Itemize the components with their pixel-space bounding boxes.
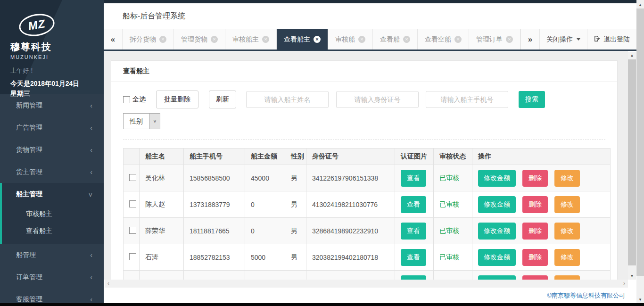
delete-button[interactable]: 删除: [522, 275, 548, 280]
tab-close-icon[interactable]: ×: [159, 36, 166, 43]
tabs: 拆分货物×管理货物×审核船主×查看船主×审核船×查看船×查看空船×管理订单×: [123, 29, 520, 50]
owner-name-cell: 吴化林: [140, 165, 184, 191]
column-header: 审核状态: [434, 149, 472, 165]
edit-button[interactable]: 修改: [554, 170, 580, 187]
tab-close-icon[interactable]: ×: [211, 36, 218, 43]
cert-image-cell: 查看: [395, 165, 434, 191]
owner-amount-cell: 5000: [245, 244, 285, 271]
tab-4[interactable]: 审核船×: [328, 29, 373, 50]
tab-label: 审核船主: [232, 35, 259, 44]
delete-button[interactable]: 删除: [522, 170, 548, 187]
brand-name-en: MUZUNKEJI: [10, 54, 93, 60]
view-button[interactable]: 查看: [401, 275, 426, 280]
chevron-left-icon: ‹: [90, 252, 92, 258]
tab-7[interactable]: 管理订单×: [469, 29, 520, 50]
table-row: 薛荣华181188176650男328684198902232910查看已审核修…: [124, 218, 611, 244]
owner-name-cell: 薛荣华: [140, 218, 184, 244]
sidebar-item-4[interactable]: 船主管理˅: [2, 183, 104, 205]
tabs-scroll-left-button[interactable]: «: [104, 29, 123, 50]
bottom-edge-bar: [0, 303, 644, 306]
browser-vertical-scrollbar[interactable]: ▲ ▼: [636, 0, 644, 306]
tab-close-icon[interactable]: ×: [358, 36, 365, 43]
edit-button[interactable]: 修改: [554, 223, 580, 240]
id-number-input[interactable]: [336, 91, 419, 108]
status-badge: 已审核: [439, 227, 459, 234]
view-button[interactable]: 查看: [401, 196, 426, 213]
delete-button[interactable]: 删除: [522, 223, 548, 240]
tab-5[interactable]: 查看船×: [373, 29, 418, 50]
scroll-down-icon[interactable]: ▼: [628, 273, 636, 280]
gender-select[interactable]: 性别 ˅: [123, 113, 160, 129]
chevron-left-icon: ‹: [90, 274, 92, 281]
logout-button[interactable]: 退出登陆: [587, 29, 636, 50]
edit-amount-button[interactable]: 修改金额: [478, 249, 516, 266]
tab-close-icon[interactable]: ×: [403, 36, 410, 43]
batch-delete-button[interactable]: 批量删除: [156, 91, 198, 108]
content-horizontal-scrollbar[interactable]: ‹ ›: [105, 280, 628, 288]
view-button[interactable]: 查看: [401, 223, 426, 240]
scroll-up-icon[interactable]: ▲: [636, 1, 644, 8]
content-vertical-scrollbar[interactable]: ▲ ▼: [628, 52, 636, 280]
edit-button[interactable]: 修改: [554, 249, 580, 266]
scroll-left-icon[interactable]: ‹: [105, 280, 112, 288]
edit-amount-button[interactable]: 修改金额: [478, 223, 516, 240]
toolbar-row-2: 性别 ˅: [123, 113, 605, 140]
id-number-cell: 328684198902232910: [306, 218, 395, 244]
edit-amount-button[interactable]: 修改金额: [478, 170, 516, 187]
row-checkbox[interactable]: [129, 253, 136, 260]
sidebar-item-3[interactable]: 货主管理‹: [0, 161, 104, 183]
row-checkbox-cell: [124, 165, 140, 191]
vertical-scroll-thumb[interactable]: [628, 59, 636, 265]
row-checkbox[interactable]: [129, 174, 136, 181]
scroll-up-icon[interactable]: ▲: [628, 52, 636, 59]
scroll-down-icon[interactable]: ▼: [636, 296, 644, 303]
sidebar-item-2[interactable]: 货物管理‹: [0, 139, 104, 161]
tab-bar: « 拆分货物×管理货物×审核船主×查看船主×审核船×查看船×查看空船×管理订单×…: [104, 29, 636, 50]
row-checkbox[interactable]: [129, 227, 136, 234]
tab-2[interactable]: 审核船主×: [225, 29, 277, 50]
sidebar-subitem-0[interactable]: 审核船主: [2, 205, 104, 222]
edit-button[interactable]: 修改: [554, 196, 580, 213]
brand-name-cn: 穆尊科技: [10, 41, 93, 53]
tab-close-icon[interactable]: ×: [454, 36, 462, 43]
tab-6[interactable]: 查看空船×: [418, 29, 469, 50]
delete-button[interactable]: 删除: [522, 249, 548, 266]
owner-name-input[interactable]: [246, 91, 329, 108]
search-button[interactable]: 搜索: [519, 91, 545, 108]
chevron-left-icon: ‹: [90, 102, 92, 109]
tab-close-icon[interactable]: ×: [506, 36, 513, 43]
owner-phone-input[interactable]: [426, 91, 508, 108]
id-number-cell: 320382199402180718: [306, 244, 395, 271]
edit-amount-button[interactable]: 修改金额: [478, 275, 516, 280]
tab-close-icon[interactable]: ×: [262, 36, 269, 43]
edit-button[interactable]: 修改: [554, 275, 580, 280]
delete-button[interactable]: 删除: [522, 196, 548, 213]
top-strip: [104, 0, 636, 3]
greeting-date-line: 今天是2018年01月24日: [10, 79, 91, 89]
owner-phone-cell: 18852782153: [184, 244, 245, 271]
sidebar-subitem-1[interactable]: 查看船主: [2, 222, 104, 239]
table-wrap: 船主名船主手机号船主金额性别身份证号认证图片审核状态操作 吴化林15856858…: [111, 140, 617, 280]
sidebar-item-6[interactable]: 订单管理‹: [0, 266, 104, 288]
sidebar-item-5[interactable]: 船管理‹: [0, 244, 104, 266]
row-checkbox[interactable]: [129, 200, 136, 207]
view-button[interactable]: 查看: [401, 170, 426, 187]
refresh-button[interactable]: 刷新: [209, 91, 236, 108]
tab-0[interactable]: 拆分货物×: [123, 29, 174, 50]
table-row: 石涛188527821535000男320382199402180718查看已审…: [124, 244, 611, 271]
select-all-checkbox[interactable]: [123, 96, 130, 103]
sidebar-item-label: 船主管理: [16, 190, 42, 198]
tab-3[interactable]: 查看船主×: [277, 29, 328, 50]
tabs-scroll-right-button[interactable]: »: [520, 29, 539, 50]
view-shipowners-panel: 查看船主 全选 批量删除 刷新 搜索 性别: [111, 60, 618, 280]
tab-1[interactable]: 管理货物×: [174, 29, 225, 50]
app-window: MZ 穆尊科技 MUZUNKEJI 上午好！ 今天是2018年01月24日 星期…: [0, 0, 644, 306]
sidebar-item-1[interactable]: 广告管理‹: [0, 116, 104, 139]
scroll-right-icon[interactable]: ›: [620, 280, 628, 288]
close-operations-button[interactable]: 关闭操作: [539, 29, 587, 50]
edit-amount-button[interactable]: 修改金额: [478, 196, 516, 213]
tab-close-icon[interactable]: ×: [314, 36, 321, 43]
row-checkbox-cell: [124, 271, 140, 280]
browser-scroll-thumb[interactable]: [636, 8, 644, 276]
view-button[interactable]: 查看: [401, 249, 426, 266]
